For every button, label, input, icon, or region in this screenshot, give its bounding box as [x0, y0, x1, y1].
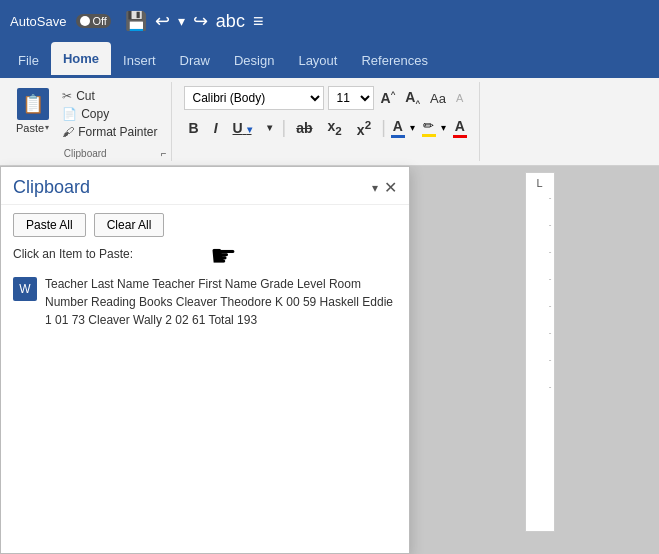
paste-button[interactable]: 📋 Paste ▾	[10, 86, 55, 136]
quick-access-more-icon[interactable]: ≡	[253, 11, 264, 32]
font-color-a-button[interactable]: A	[453, 118, 467, 138]
clipboard-panel-buttons: Paste All Clear All	[1, 205, 409, 245]
tab-design[interactable]: Design	[222, 42, 286, 78]
separator1: |	[282, 117, 287, 138]
save-icon[interactable]: 💾	[125, 10, 147, 32]
ruler-mark-7: -	[549, 355, 554, 364]
tab-draw[interactable]: Draw	[168, 42, 222, 78]
autosave-label: AutoSave	[10, 14, 66, 29]
ruler-mark-1: -	[549, 193, 554, 202]
tab-layout[interactable]: Layout	[286, 42, 349, 78]
autosave-state: Off	[92, 15, 106, 27]
font-section: Calibri (Body) 11 A^ A^ Aa A B I U ▾ ▾ |…	[172, 82, 480, 161]
click-hint: Click an Item to Paste:	[1, 245, 409, 269]
tab-file[interactable]: File	[6, 42, 51, 78]
format-painter-icon: 🖌	[62, 125, 74, 139]
ruler: L - - - - - - - -	[525, 172, 555, 532]
document-area: L - - - - - - - -	[410, 166, 659, 554]
font-row1: Calibri (Body) 11 A^ A^ Aa A	[184, 86, 467, 110]
copy-icon: 📄	[62, 107, 77, 121]
font-shrink-button[interactable]: A^	[402, 88, 423, 109]
format-painter-button[interactable]: 🖌 Format Painter	[59, 124, 160, 140]
paste-caret-icon[interactable]: ▾	[45, 123, 49, 132]
bold-button[interactable]: B	[184, 118, 204, 138]
scissors-icon: ✂	[62, 89, 72, 103]
highlight-caret[interactable]: ▾	[441, 122, 446, 133]
ruler-mark-4: -	[549, 274, 554, 283]
ruler-mark-6: -	[549, 328, 554, 337]
separator2: |	[381, 117, 386, 138]
paste-label: Paste	[16, 122, 44, 134]
tab-references[interactable]: References	[349, 42, 439, 78]
ribbon-tabs: File Home Insert Draw Design Layout Refe…	[0, 42, 659, 78]
cut-button[interactable]: ✂ Cut	[59, 88, 160, 104]
clipboard-actions: ✂ Cut 📄 Copy 🖌 Format Painter	[59, 88, 160, 140]
font-color-caret[interactable]: ▾	[410, 122, 415, 133]
tab-insert[interactable]: Insert	[111, 42, 168, 78]
clipboard-section: 📋 Paste ▾ ✂ Cut 📄 Copy 🖌 Format Painter	[0, 82, 172, 161]
paste-all-button[interactable]: Paste All	[13, 213, 86, 237]
ruler-tab-marker[interactable]: L	[536, 173, 542, 189]
undo-caret-icon[interactable]: ▾	[178, 13, 185, 29]
clipboard-panel-close-button[interactable]: ✕	[384, 178, 397, 197]
paste-icon: 📋	[17, 88, 49, 120]
subscript-button[interactable]: x2	[323, 116, 347, 139]
font-grow-button[interactable]: A^	[378, 89, 399, 107]
ribbon-body: 📋 Paste ▾ ✂ Cut 📄 Copy 🖌 Format Painter	[0, 78, 659, 166]
highlight-button[interactable]: ✏	[422, 118, 436, 137]
clear-all-button[interactable]: Clear All	[94, 213, 165, 237]
clipboard-panel-caret-button[interactable]: ▾	[372, 181, 378, 195]
aa-button[interactable]: Aa	[427, 90, 449, 107]
strikethrough-button[interactable]: ab	[291, 118, 317, 138]
title-icons: 💾 ↩ ▾ ↪ abc ≡	[125, 10, 264, 32]
ruler-mark-5: -	[549, 301, 554, 310]
redo-icon[interactable]: ↪	[193, 10, 208, 32]
underline-button[interactable]: U ▾	[228, 118, 257, 138]
underline-color-caret[interactable]: ▾	[262, 120, 277, 135]
copy-label: Copy	[81, 107, 109, 121]
autosave-dot	[80, 16, 90, 26]
autosave-toggle[interactable]: Off	[76, 14, 110, 28]
ruler-marks: - - - - - - - -	[526, 193, 554, 409]
clipboard-panel-title: Clipboard	[13, 177, 372, 198]
font-row2: B I U ▾ ▾ | ab x2 x2 | A ▾ ✏ ▾ A	[184, 116, 467, 140]
format-painter-label: Format Painter	[78, 125, 157, 139]
format-a-button[interactable]: A	[453, 91, 466, 105]
ruler-mark-8: -	[549, 382, 554, 391]
ruler-mark-2: -	[549, 220, 554, 229]
clipboard-item[interactable]: W Teacher Last Name Teacher First Name G…	[1, 269, 409, 335]
ruler-mark-3: -	[549, 247, 554, 256]
copy-button[interactable]: 📄 Copy	[59, 106, 160, 122]
clip-item-text: Teacher Last Name Teacher First Name Gra…	[45, 275, 397, 329]
italic-button[interactable]: I	[209, 118, 223, 138]
clipboard-panel-header: Clipboard ▾ ✕	[1, 167, 409, 205]
cut-label: Cut	[76, 89, 95, 103]
undo-icon[interactable]: ↩	[155, 10, 170, 32]
clipboard-section-label: Clipboard	[0, 148, 171, 159]
font-name-select[interactable]: Calibri (Body)	[184, 86, 324, 110]
tab-home[interactable]: Home	[51, 42, 111, 78]
font-size-select[interactable]: 11	[328, 86, 374, 110]
title-bar: AutoSave Off 💾 ↩ ▾ ↪ abc ≡	[0, 0, 659, 42]
highlight-color-bar	[422, 134, 436, 137]
superscript-button[interactable]: x2	[352, 116, 376, 140]
main-layout: Clipboard ▾ ✕ Paste All Clear All Click …	[0, 166, 659, 554]
font-color-button[interactable]: A	[391, 118, 405, 138]
abc-icon[interactable]: abc	[216, 11, 245, 32]
font-color-bar	[391, 135, 405, 138]
clipboard-panel: Clipboard ▾ ✕ Paste All Clear All Click …	[0, 166, 410, 554]
clip-doc-icon: W	[13, 277, 37, 301]
font-color-a-bar	[453, 135, 467, 138]
clipboard-expand-icon[interactable]: ⌐	[161, 148, 167, 159]
